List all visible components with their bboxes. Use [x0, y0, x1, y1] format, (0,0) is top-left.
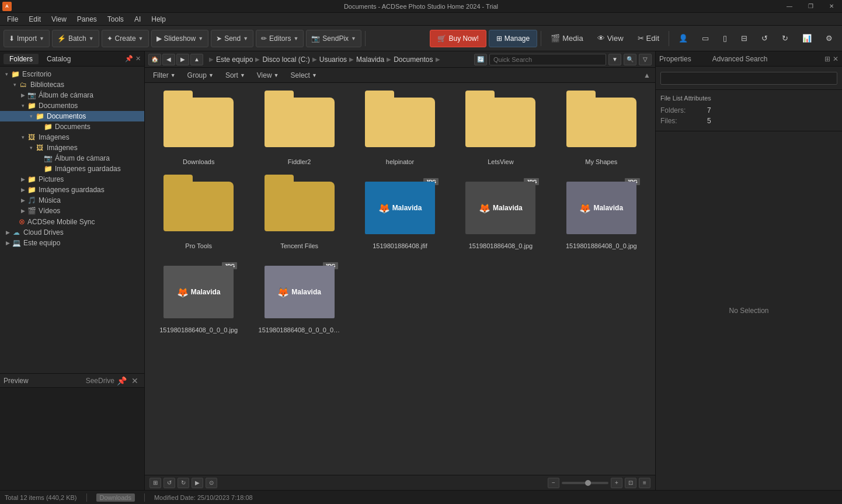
menu-file[interactable]: File — [2, 14, 23, 25]
tree-item-bibliotecas[interactable]: ▾ 🗂 Bibliotecas — [0, 79, 144, 90]
layout1-button[interactable]: ▭ — [696, 30, 715, 47]
tree-item-cloud-drives[interactable]: ▶ ☁ Cloud Drives — [0, 227, 144, 238]
breadcrumb-disco-local[interactable]: Disco local (C:) — [262, 55, 309, 64]
settings-button[interactable]: ⚙ — [820, 30, 838, 47]
breadcrumb-usuarios[interactable]: Usuarios — [319, 55, 347, 64]
refresh-button[interactable]: 🔄 — [474, 54, 487, 65]
edit-button[interactable]: ✂ Edit — [632, 30, 665, 47]
maximize-button[interactable]: ❐ — [800, 0, 821, 12]
profile-button[interactable]: 👤 — [673, 30, 694, 47]
close-button[interactable]: ✕ — [821, 0, 842, 12]
tree-item-imagenes-guardadas2[interactable]: ▶ 📁 Imágenes guardadas — [0, 185, 144, 195]
menu-panes[interactable]: Panes — [72, 14, 102, 25]
breadcrumb-documentos[interactable]: Documentos — [394, 55, 433, 64]
manage-button[interactable]: ⊞ Manage — [489, 30, 537, 47]
zoom-in-button[interactable]: + — [611, 478, 622, 488]
import-button[interactable]: ⬇ Import ▼ — [4, 30, 50, 47]
tree-item-documentos[interactable]: ▾ 📁 Documentos — [0, 100, 144, 111]
folders-tab[interactable]: Folders — [4, 54, 39, 64]
tree-item-este-equipo[interactable]: ▶ 💻 Este equipo — [0, 238, 144, 248]
grid-btn4[interactable]: ▶ — [192, 478, 203, 488]
preview-close-icon[interactable]: ✕ — [129, 376, 141, 385]
nav-home-button[interactable]: 🏠 — [148, 54, 161, 65]
slideshow-button[interactable]: ▶ Slideshow ▼ — [151, 30, 209, 47]
view-tb2-button[interactable]: View ▼ — [253, 70, 283, 81]
file-item-protools[interactable]: Pro Tools — [149, 172, 248, 253]
filter-icon-button[interactable]: ▽ — [639, 54, 652, 65]
file-item-jpg00[interactable]: JPG 🦊 Malavida 1519801886408_0_0.jpg — [552, 172, 650, 253]
list-view-button[interactable]: ≡ — [639, 478, 650, 488]
file-item-helpinator[interactable]: helpinator — [351, 88, 449, 169]
sidebar-pin-icon[interactable]: 📌 — [125, 55, 133, 62]
tree-item-escritorio[interactable]: ▾ 📁 Escritorio — [0, 69, 144, 79]
tree-item-acdsee-sync[interactable]: ⊗ ACDSee Mobile Sync — [0, 216, 144, 227]
grid-btn3[interactable]: ↻ — [178, 478, 189, 488]
buy-now-button[interactable]: 🛒 Buy Now! — [430, 30, 486, 47]
search-button[interactable]: ▼ — [608, 54, 621, 65]
layout2-button[interactable]: ▯ — [717, 30, 733, 47]
nav-forward-button[interactable]: ▶ — [176, 54, 189, 65]
fit-button[interactable]: ⊡ — [625, 478, 636, 488]
tree-item-documents[interactable]: 📁 Documents — [0, 121, 144, 132]
properties-close-icon[interactable]: ✕ — [833, 55, 838, 63]
file-item-downloads[interactable]: Downloads — [149, 88, 248, 169]
expand-icon: ▾ — [19, 134, 27, 140]
view-button[interactable]: 👁 View — [592, 30, 629, 47]
batch-button[interactable]: ⚡ Batch ▼ — [52, 30, 99, 47]
menu-edit[interactable]: Edit — [24, 14, 46, 25]
adv-search-tab[interactable]: Advanced Search — [707, 53, 774, 65]
file-item-tencent[interactable]: Tencent Files — [250, 172, 348, 253]
tree-item-videos[interactable]: ▶ 🎬 Vídeos — [0, 206, 144, 216]
tree-item-imagenes-guardadas[interactable]: 📁 Imágenes guardadas — [0, 164, 144, 174]
sort-button[interactable]: Sort ▼ — [222, 70, 249, 81]
file-item-jpg000[interactable]: JPG 🦊 Malavida 1519801886408_0_0_0.jpg — [149, 256, 248, 338]
rotate-right-button[interactable]: ↻ — [776, 30, 794, 47]
breadcrumb-este-equipo[interactable]: Este equipo — [216, 55, 253, 64]
filter-button[interactable]: Filter ▼ — [149, 70, 179, 81]
file-item-jfif[interactable]: JPG 🦊 Malavida 1519801886408.jfif — [351, 172, 449, 253]
file-item-jpg0[interactable]: JPG 🦊 Malavida 1519801886408_0.jpg — [451, 172, 549, 253]
tree-item-musica[interactable]: ▶ 🎵 Música — [0, 195, 144, 206]
zoom-slider[interactable] — [562, 482, 608, 484]
media-button[interactable]: 🎬 Media — [545, 30, 589, 47]
grid-btn2[interactable]: ↺ — [163, 478, 175, 488]
breadcrumb-malavida[interactable]: Malavida — [356, 55, 384, 64]
tree-item-album-camara2[interactable]: 📷 Álbum de cámara — [0, 153, 144, 164]
tree-item-documentos-selected[interactable]: ▾ 📁 Documentos — [0, 111, 144, 121]
quick-search-input[interactable] — [489, 54, 606, 65]
file-item-jpg0000[interactable]: JPG 🦊 Malavida 1519801886408_0_0_0_0.jpg — [250, 256, 348, 338]
tree-item-imagenes[interactable]: ▾ 🖼 Imágenes — [0, 132, 144, 142]
properties-search-input[interactable] — [660, 72, 837, 85]
editors-button[interactable]: ✏ Editors ▼ — [256, 30, 304, 47]
nav-up-button[interactable]: ▲ — [190, 54, 203, 65]
menu-ai[interactable]: AI — [130, 14, 145, 25]
create-button[interactable]: ✦ Create ▼ — [102, 30, 149, 47]
group-button[interactable]: Group ▼ — [184, 70, 217, 81]
tree-item-imagenes2[interactable]: ▾ 🖼 Imágenes — [0, 142, 144, 153]
sendpix-button[interactable]: 📷 SendPix ▼ — [306, 30, 361, 47]
tree-item-album-camara[interactable]: ▶ 📷 Álbum de cámara — [0, 90, 144, 100]
chart-button[interactable]: 📊 — [796, 30, 817, 47]
menu-view[interactable]: View — [47, 14, 71, 25]
file-item-fiddler2[interactable]: Fiddler2 — [250, 88, 348, 169]
menu-help[interactable]: Help — [147, 14, 171, 25]
rotate-left-button[interactable]: ↺ — [756, 30, 774, 47]
file-item-myshapes[interactable]: My Shapes — [552, 88, 650, 169]
menu-tools[interactable]: Tools — [103, 14, 128, 25]
layout3-button[interactable]: ⊟ — [735, 30, 753, 47]
grid-btn1[interactable]: ⊞ — [149, 478, 161, 488]
send-button[interactable]: ➤ Send ▼ — [211, 30, 253, 47]
preview-pin-icon[interactable]: 📌 — [114, 376, 129, 385]
zoom-out-button[interactable]: − — [548, 478, 559, 488]
grid-btn5[interactable]: ⊙ — [206, 478, 217, 488]
catalog-tab[interactable]: Catalog — [41, 54, 76, 64]
collapse-icon[interactable]: ▲ — [643, 71, 650, 79]
sidebar-close-icon[interactable]: ✕ — [135, 55, 141, 62]
tree-item-pictures[interactable]: ▶ 📁 Pictures — [0, 174, 144, 185]
nav-back-button[interactable]: ◀ — [162, 54, 175, 65]
minimize-button[interactable]: — — [779, 0, 800, 12]
search-icon-button[interactable]: 🔍 — [624, 54, 636, 65]
select-button[interactable]: Select ▼ — [287, 70, 321, 81]
properties-expand-icon[interactable]: ⊞ — [824, 55, 830, 63]
file-item-letsview[interactable]: LetsView — [451, 88, 549, 169]
